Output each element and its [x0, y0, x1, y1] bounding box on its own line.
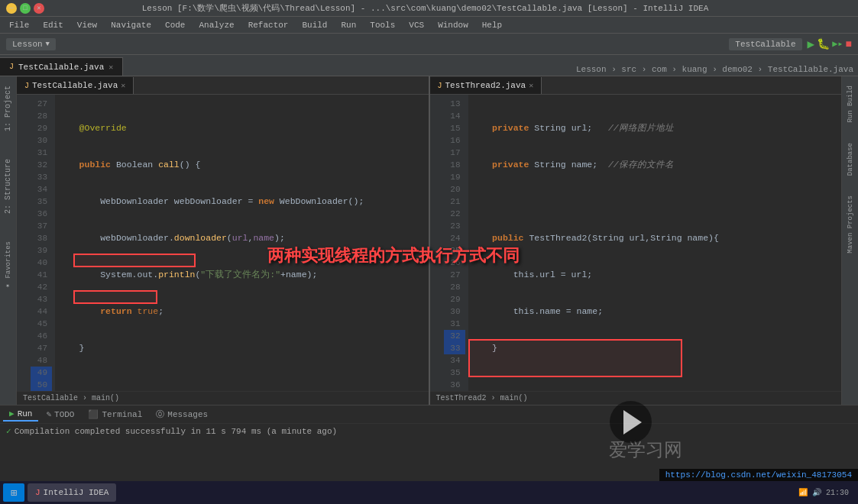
project-selector-label: Lesson — [12, 40, 43, 49]
maximize-button[interactable]: □ — [20, 3, 31, 14]
right-code-wrapper: 1314151617 1819202122 2324252627 2829303… — [430, 95, 842, 391]
bottom-panel: ▶ Run ✎ TODO ⬛ Terminal ⓪ Messages — [0, 405, 858, 423]
titlebar: — □ ✕ Lesson [F:\数学\爬虫\视频\代码\Thread\Less… — [0, 0, 858, 17]
menu-run[interactable]: Run — [335, 19, 362, 31]
todo-tab[interactable]: ✎ TODO — [40, 408, 80, 421]
red-box-create-service — [73, 254, 196, 267]
play-triangle-icon — [623, 410, 642, 435]
compile-status-text: Compilation completed successfully in 11… — [15, 427, 337, 436]
sidebar-maven-tab[interactable]: Maven Projects — [844, 189, 856, 260]
taskbar-intellij[interactable]: J IntelliJ IDEA — [28, 483, 116, 502]
tray-network-icon[interactable]: 📶 — [798, 488, 808, 497]
tab-testthread2-editor[interactable]: J TestThread2.java ✕ — [430, 77, 542, 94]
close-button[interactable]: ✕ — [34, 3, 44, 14]
java-file-icon: J — [24, 82, 29, 90]
terminal-tab[interactable]: ⬛ Terminal — [82, 408, 148, 421]
sidebar-structure-tab[interactable]: 2: Structure — [2, 153, 15, 220]
start-button[interactable]: ⊞ — [3, 483, 24, 502]
left-tab-close[interactable]: ✕ — [121, 81, 125, 90]
run-tab-label: Run — [18, 409, 33, 418]
sidebar-left: 1: Project 2: Structure ★ Favorites — [0, 76, 17, 405]
window-controls[interactable]: — □ ✕ — [6, 3, 44, 14]
sidebar-right: Run Build Database Maven Projects — [841, 76, 858, 405]
run-icon[interactable]: ▶ — [808, 37, 815, 52]
menu-analyze[interactable]: Analyze — [193, 19, 240, 31]
sidebar-run-build-tab[interactable]: Run Build — [844, 79, 856, 129]
sidebar-favorites-tab[interactable]: ★ Favorites — [2, 235, 15, 296]
testcallable-close-icon[interactable]: ✕ — [108, 63, 113, 72]
run-tab-icon: ▶ — [9, 409, 15, 418]
debug-icon[interactable]: 🐛 — [817, 37, 830, 50]
right-editor-pane: J TestThread2.java ✕ 1314151617 18192021… — [430, 76, 842, 405]
right-code-content[interactable]: private String url; //网络图片地址 private Str… — [468, 95, 842, 391]
intellij-taskbar-label: IntelliJ IDEA — [44, 488, 109, 497]
run-tab[interactable]: ▶ Run — [3, 407, 38, 422]
right-tab-close[interactable]: ✕ — [529, 81, 533, 90]
right-tab-label: TestThread2.java — [445, 81, 526, 90]
menu-window[interactable]: Window — [432, 19, 474, 31]
java-file-icon-right: J — [438, 82, 442, 90]
left-line-numbers: 2728293031 3233343536 3738394041 4243444… — [31, 95, 55, 391]
terminal-tab-label: Terminal — [102, 410, 142, 419]
run-with-coverage-icon[interactable]: ▶▸ — [832, 38, 843, 50]
main-annotation-text: 两种实现线程的方式执行方式不同 — [267, 244, 520, 267]
menu-help[interactable]: Help — [476, 19, 508, 31]
menu-edit[interactable]: Edit — [37, 19, 69, 31]
left-tab-label: TestCallable.java — [32, 81, 118, 90]
editor-tabbar: J TestCallable.java ✕ Lesson › src › com… — [0, 55, 858, 76]
system-tray: 📶 🔊 21:30 — [798, 488, 855, 497]
menu-navigate[interactable]: Navigate — [105, 19, 157, 31]
right-gutter — [430, 95, 444, 391]
terminal-tab-icon: ⬛ — [88, 409, 99, 419]
right-line-numbers: 1314151617 1819202122 2324252627 2829303… — [444, 95, 468, 391]
windows-icon: ⊞ — [11, 486, 17, 499]
testcallable-tab-label: TestCallable.java — [18, 63, 104, 72]
intellij-taskbar-icon: J — [35, 488, 40, 497]
window-title: Lesson [F:\数学\爬虫\视频\代码\Thread\Lesson] - … — [44, 2, 806, 14]
tray-clock: 21:30 — [826, 489, 849, 497]
menu-vcs[interactable]: VCS — [403, 19, 430, 31]
red-box-submit — [73, 290, 157, 304]
left-editor-location: TestCallable › main() — [23, 394, 119, 402]
menu-tools[interactable]: Tools — [364, 19, 401, 31]
chevron-down-icon: ▼ — [46, 40, 50, 48]
right-editor-location: TestThread2 › main() — [436, 394, 528, 402]
compile-success-icon: ✓ — [6, 426, 11, 436]
left-gutter — [17, 95, 31, 391]
menu-code[interactable]: Code — [159, 19, 191, 31]
left-editor-status: TestCallable › main() — [17, 391, 429, 405]
play-button-overlay[interactable] — [610, 401, 652, 443]
tray-sound-icon[interactable]: 🔊 — [812, 488, 821, 497]
todo-tab-label: TODO — [54, 410, 74, 419]
url-bar: https://blog.csdn.net/weixin_48173054 — [659, 469, 858, 481]
tab-testcallable[interactable]: J TestCallable.java ✕ — [0, 57, 123, 76]
right-editor-tabbar: J TestThread2.java ✕ — [430, 76, 842, 95]
sidebar-project-tab[interactable]: 1: Project — [2, 79, 15, 137]
testcallable-tab-icon: J — [9, 63, 14, 71]
breadcrumb-path: Lesson › src › com › kuang › demo02 › Te… — [571, 63, 858, 76]
menu-view[interactable]: View — [71, 19, 103, 31]
left-code-content[interactable]: @Override public Boolean call() { WebDow… — [55, 95, 429, 391]
menubar: File Edit View Navigate Code Analyze Ref… — [0, 17, 858, 34]
stop-icon[interactable]: ■ — [846, 38, 852, 50]
run-config-selector[interactable]: TestCallable — [729, 38, 801, 50]
minimize-button[interactable]: — — [6, 3, 17, 14]
run-toolbar: TestCallable ▶ 🐛 ▶▸ ■ — [729, 37, 852, 52]
messages-tab-icon: ⓪ — [156, 409, 164, 420]
tab-testcallable-editor[interactable]: J TestCallable.java ✕ — [17, 77, 134, 94]
menu-file[interactable]: File — [3, 19, 35, 31]
messages-tab[interactable]: ⓪ Messages — [150, 407, 214, 422]
project-selector[interactable]: Lesson ▼ — [6, 38, 56, 50]
url-text: https://blog.csdn.net/weixin_48173054 — [665, 470, 852, 480]
menu-refactor[interactable]: Refactor — [242, 19, 295, 31]
windows-taskbar: ⊞ J IntelliJ IDEA 📶 🔊 21:30 — [0, 481, 858, 504]
left-code-wrapper: 2728293031 3233343536 3738394041 4243444… — [17, 95, 429, 391]
editor-container: 1: Project 2: Structure ★ Favorites J Te… — [0, 76, 858, 405]
compile-status-bar: ✓ Compilation completed successfully in … — [0, 423, 858, 438]
left-editor-tabbar: J TestCallable.java ✕ — [17, 76, 429, 95]
toolbar: Lesson ▼ TestCallable ▶ 🐛 ▶▸ ■ — [0, 34, 858, 55]
menu-build[interactable]: Build — [296, 19, 333, 31]
sidebar-database-tab[interactable]: Database — [844, 137, 856, 182]
left-editor-pane: J TestCallable.java ✕ 2728293031 3233343… — [17, 76, 430, 405]
logo-watermark: 爱学习网 — [609, 438, 682, 462]
